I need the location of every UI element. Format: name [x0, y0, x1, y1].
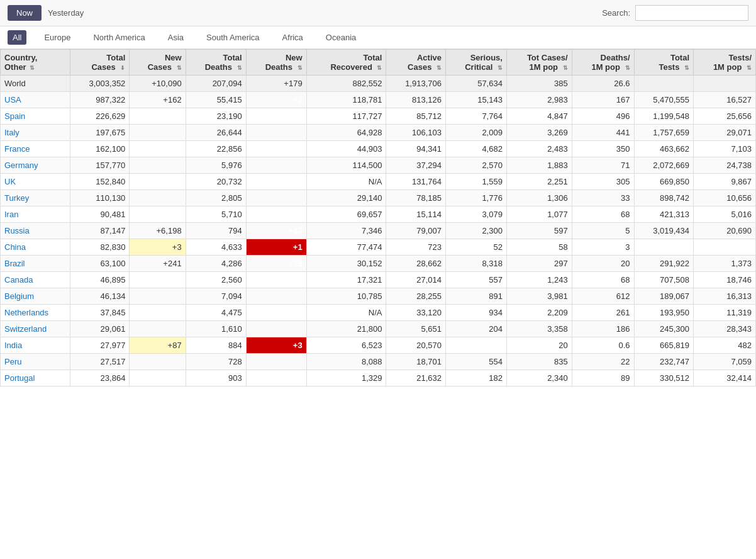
cell-new-cases: [130, 305, 186, 321]
tab-north-america[interactable]: North America: [88, 30, 150, 45]
cell-country[interactable]: Iran: [1, 206, 70, 223]
cell-deaths-1m: 441: [572, 125, 634, 141]
cell-active-cases: 85,712: [386, 108, 446, 125]
tab-asia[interactable]: Asia: [163, 30, 189, 45]
country-link[interactable]: Brazil: [4, 259, 25, 268]
country-link[interactable]: Spain: [4, 111, 25, 121]
tab-oceania[interactable]: Oceania: [321, 30, 361, 45]
yesterday-button[interactable]: Yesterday: [48, 8, 84, 18]
cell-total-tests: 1,757,659: [634, 125, 694, 141]
cell-country[interactable]: China: [1, 239, 70, 256]
cell-new-cases: [130, 141, 186, 157]
col-total-deaths[interactable]: TotalDeaths ⇅: [186, 50, 246, 76]
col-new-cases[interactable]: NewCases ⇅: [130, 50, 186, 76]
sort-icon-total-cases: ⬇: [119, 65, 125, 71]
cell-active-cases: 79,007: [386, 223, 446, 239]
cell-tests-1m: 16,313: [694, 288, 756, 305]
country-link[interactable]: Portugal: [4, 373, 35, 383]
table-body: World3,003,352+10,090207,094+179882,5521…: [1, 76, 756, 387]
cell-country[interactable]: Belgium: [1, 288, 70, 305]
col-active-cases[interactable]: ActiveCases ⇅: [386, 50, 446, 76]
country-link[interactable]: Canada: [4, 275, 33, 285]
col-total-cases[interactable]: TotalCases ⬇: [70, 50, 130, 76]
cell-total-tests: 330,512: [634, 370, 694, 387]
cell-country[interactable]: USA: [1, 92, 70, 108]
cell-country[interactable]: Portugal: [1, 370, 70, 387]
tab-africa[interactable]: Africa: [277, 30, 308, 45]
col-country[interactable]: Country,Other ⇅: [1, 50, 70, 76]
country-link[interactable]: Peru: [4, 357, 21, 366]
now-button[interactable]: Now: [8, 5, 42, 21]
country-link[interactable]: France: [4, 144, 30, 154]
cell-tot-cases-1m: 1,077: [506, 206, 572, 223]
cell-active-cases: 28,662: [386, 256, 446, 272]
cell-tot-cases-1m: 2,483: [506, 141, 572, 157]
cell-country[interactable]: Germany: [1, 157, 70, 174]
country-link[interactable]: Turkey: [4, 193, 29, 203]
tab-all[interactable]: All: [8, 30, 26, 45]
country-link[interactable]: Italy: [4, 128, 19, 137]
cell-new-deaths: [246, 305, 306, 321]
table-row: Turkey110,1302,80529,14078,1851,7761,306…: [1, 190, 756, 206]
cell-new-cases: [130, 321, 186, 337]
cell-total-deaths: 728: [186, 354, 246, 370]
cell-total-cases: 82,830: [70, 239, 130, 256]
tab-europe[interactable]: Europe: [39, 30, 75, 45]
cell-tot-cases-1m: 2,251: [506, 174, 572, 190]
sort-icon-total-tests: ⇅: [683, 65, 689, 71]
cell-total-cases: 46,895: [70, 272, 130, 288]
cell-country[interactable]: UK: [1, 174, 70, 190]
cell-tests-1m: 16,527: [694, 92, 756, 108]
cell-tests-1m: 5,016: [694, 206, 756, 223]
cell-country[interactable]: Canada: [1, 272, 70, 288]
cell-new-deaths: [246, 354, 306, 370]
cell-tests-1m: 18,746: [694, 272, 756, 288]
cell-tot-cases-1m: 20: [506, 337, 572, 354]
cell-serious-critical: 52: [445, 239, 506, 256]
cell-total-deaths: 23,190: [186, 108, 246, 125]
cell-serious-critical: 7,764: [445, 108, 506, 125]
cell-country[interactable]: Brazil: [1, 256, 70, 272]
country-link[interactable]: Switzerland: [4, 324, 47, 334]
cell-total-deaths: 2,560: [186, 272, 246, 288]
cell-country[interactable]: France: [1, 141, 70, 157]
country-link[interactable]: Russia: [4, 226, 30, 235]
country-link[interactable]: India: [4, 341, 22, 350]
cell-country[interactable]: Russia: [1, 223, 70, 239]
country-link[interactable]: Netherlands: [4, 308, 48, 317]
col-tot-cases-1m[interactable]: Tot Cases/1M pop ⇅: [506, 50, 572, 76]
cell-total-deaths: 55,415: [186, 92, 246, 108]
cell-total-cases: 110,130: [70, 190, 130, 206]
cell-country[interactable]: Italy: [1, 125, 70, 141]
cell-country[interactable]: Switzerland: [1, 321, 70, 337]
cell-tests-1m: 24,738: [694, 157, 756, 174]
country-link[interactable]: UK: [4, 177, 16, 186]
col-total-tests[interactable]: TotalTests ⇅: [634, 50, 694, 76]
cell-total-cases: 63,100: [70, 256, 130, 272]
cell-tests-1m: 11,319: [694, 305, 756, 321]
tab-south-america[interactable]: South America: [201, 30, 265, 45]
cell-total-tests: 232,747: [634, 354, 694, 370]
col-serious-critical[interactable]: Serious,Critical ⇅: [445, 50, 506, 76]
country-link[interactable]: USA: [4, 95, 21, 104]
country-link[interactable]: Germany: [4, 161, 38, 170]
col-total-recovered[interactable]: TotalRecovered ⇅: [306, 50, 386, 76]
col-new-deaths[interactable]: NewDeaths ⇅: [246, 50, 306, 76]
cell-country[interactable]: Spain: [1, 108, 70, 125]
search-input[interactable]: [635, 5, 748, 21]
cell-total-recovered: 30,152: [306, 256, 386, 272]
cell-active-cases: 78,185: [386, 190, 446, 206]
col-tests-1m[interactable]: Tests/1M pop ⇅: [694, 50, 756, 76]
cell-country[interactable]: Peru: [1, 354, 70, 370]
cell-country[interactable]: Turkey: [1, 190, 70, 206]
cell-active-cases: 106,103: [386, 125, 446, 141]
cell-deaths-1m: 3: [572, 239, 634, 256]
col-deaths-1m[interactable]: Deaths/1M pop ⇅: [572, 50, 634, 76]
country-link[interactable]: Belgium: [4, 291, 34, 301]
cell-country[interactable]: Netherlands: [1, 305, 70, 321]
cell-country[interactable]: India: [1, 337, 70, 354]
table-row: India27,977+87884+36,52320,570200.6665,8…: [1, 337, 756, 354]
country-link[interactable]: Iran: [4, 210, 18, 219]
cell-serious-critical: 934: [445, 305, 506, 321]
country-link[interactable]: China: [4, 242, 26, 252]
